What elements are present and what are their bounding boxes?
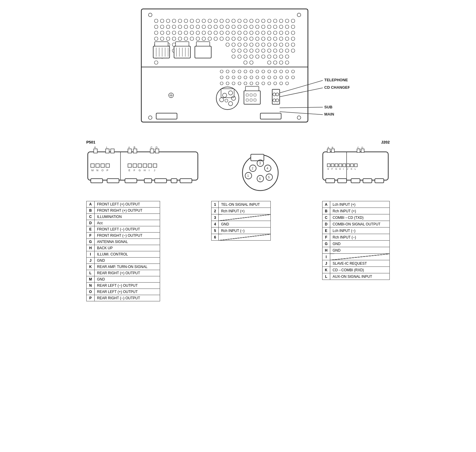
svg-rect-298 [326, 179, 335, 183]
svg-rect-188 [272, 89, 280, 104]
table-row: LREAR RIGHT (+) OUTPUT [87, 270, 160, 276]
svg-rect-249 [94, 149, 97, 153]
svg-text:F: F [134, 169, 135, 172]
svg-rect-258 [150, 149, 154, 153]
svg-rect-311 [327, 164, 330, 167]
svg-text:K: K [351, 168, 353, 170]
table-row: KREAR AMP. TURN-ON SIGNAL [87, 264, 160, 270]
svg-rect-321 [347, 164, 350, 167]
svg-rect-180 [244, 91, 260, 104]
svg-text:6: 6 [259, 177, 261, 180]
svg-rect-266 [101, 164, 104, 167]
table-row: FRch INPUT (−) [322, 234, 389, 241]
svg-rect-193 [156, 113, 177, 119]
connector-diagrams-section: P501 K L A B C [80, 140, 396, 194]
table-row: 6 [212, 234, 271, 241]
svg-rect-305 [331, 149, 334, 152]
svg-text:A: A [128, 146, 130, 149]
svg-text:I: I [149, 169, 150, 172]
svg-text:2: 2 [252, 167, 253, 170]
svg-text:B: B [332, 146, 333, 149]
svg-rect-167 [195, 46, 211, 58]
svg-rect-274 [138, 164, 142, 167]
svg-rect-301 [363, 179, 372, 183]
svg-text:TELEPHONE: TELEPHONE [324, 78, 348, 82]
p501-table-container: AFRONT LEFT (+) OUTPUTBFRONT RIGHT (+) O… [86, 201, 160, 301]
svg-text:G: G [139, 169, 141, 172]
table-row: LAUX-ON SIGNAL INPUT [322, 273, 389, 280]
table-row: EFRONT LEFT (−) OUTPUT [87, 226, 160, 233]
svg-rect-309 [361, 149, 364, 152]
table-row: BFRONT RIGHT (+) OUTPUT [87, 208, 160, 214]
table-row: 4GND [212, 221, 271, 227]
svg-text:C: C [357, 146, 359, 149]
svg-rect-244 [125, 179, 137, 183]
svg-text:MAIN: MAIN [324, 112, 334, 116]
j202-diagram: J202 A B C D E F G [321, 140, 390, 185]
svg-text:CD CHANGER: CD CHANGER [324, 85, 350, 90]
svg-rect-325 [354, 164, 357, 167]
table-row: OREAR LEFT (+) OUTPUT [87, 289, 160, 295]
svg-rect-254 [128, 149, 131, 153]
svg-rect-242 [91, 179, 103, 183]
svg-rect-284 [251, 154, 264, 161]
svg-text:1: 1 [247, 174, 249, 177]
round-connector-svg: 2 3 1 4 6 5 [239, 146, 281, 194]
table-row: ELch INPUT (−) [322, 227, 389, 234]
svg-rect-181 [245, 86, 259, 91]
svg-rect-280 [153, 164, 157, 167]
svg-rect-303 [327, 149, 330, 152]
p501-svg: K L A B C D M N O P [86, 146, 199, 185]
svg-rect-268 [106, 164, 109, 167]
table-row: GGND [322, 241, 389, 247]
svg-rect-154 [155, 42, 168, 46]
table-row: CILLUMINATION [87, 214, 160, 220]
table-row: GANTENNA SIGNAL [87, 239, 160, 245]
p501-diagram: P501 K L A B C [86, 140, 199, 185]
table-row: 3 [212, 214, 271, 221]
table-row: DCOMBI-ON SIGNAL OUTPUT [322, 221, 389, 227]
svg-rect-317 [339, 164, 342, 167]
svg-text:L: L [106, 146, 108, 149]
svg-rect-276 [143, 164, 147, 167]
table-row: CCOMBI→CD (TXD) [322, 214, 389, 221]
svg-rect-245 [144, 179, 152, 183]
svg-rect-319 [343, 164, 346, 167]
table-row: ALch INPUT (+) [322, 201, 389, 208]
table-row: HBACK UP [87, 245, 160, 251]
table-row: JSLAVE-IC REQUEST [322, 260, 389, 267]
svg-rect-248 [180, 179, 192, 183]
table-row: JGND [87, 258, 160, 264]
table-row: 1TEL-ON SIGNAL INPUT [212, 201, 271, 208]
j202-table: ALch INPUT (+)BRch INPUT (+)CCOMBI→CD (T… [322, 201, 390, 280]
svg-rect-256 [133, 149, 137, 153]
svg-rect-315 [335, 164, 338, 167]
svg-rect-153 [153, 46, 170, 58]
svg-text:B: B [134, 146, 135, 149]
table-row: FFRONT RIGHT (−) OUTPUT [87, 233, 160, 239]
svg-text:I: I [343, 168, 344, 170]
svg-rect-246 [155, 179, 167, 183]
p501-table: AFRONT LEFT (+) OUTPUTBFRONT RIGHT (+) O… [86, 201, 160, 301]
j202-label: J202 [381, 140, 390, 144]
unit-diagram-svg: TELEPHONE CD CHANGER SUB MAIN [126, 6, 350, 131]
svg-rect-307 [357, 149, 360, 152]
table-row: IILLUMI. CONTROL [87, 251, 160, 258]
svg-rect-251 [106, 149, 109, 153]
j202-table-container: ALch INPUT (+)BRch INPUT (+)CCOMBI→CD (T… [322, 201, 390, 280]
svg-text:C: C [151, 146, 153, 149]
svg-rect-323 [350, 164, 353, 167]
table-row: 2Rch INPUT (+) [212, 208, 271, 214]
table-row: 5Rch INPUT (−) [212, 227, 271, 234]
svg-text:D: D [361, 146, 363, 149]
svg-rect-264 [96, 164, 99, 167]
svg-text:J: J [154, 169, 155, 172]
svg-text:4: 4 [267, 167, 268, 170]
svg-text:E: E [328, 168, 329, 170]
svg-text:E: E [129, 169, 130, 172]
table-row: MGND [87, 276, 160, 283]
svg-text:O: O [101, 169, 104, 172]
svg-rect-247 [171, 179, 177, 183]
svg-rect-260 [155, 149, 159, 153]
svg-rect-302 [375, 179, 384, 183]
